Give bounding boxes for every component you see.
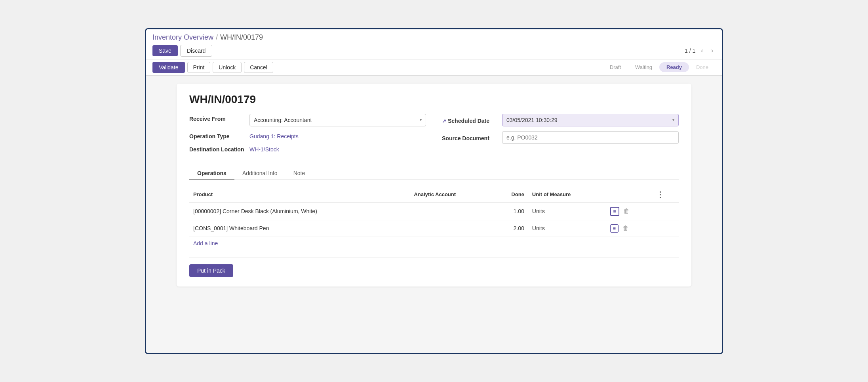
- next-page-button[interactable]: ›: [709, 46, 716, 55]
- operation-type-row: Operation Type Gudang 1: Receipts: [189, 131, 426, 139]
- status-ready: Ready: [659, 62, 689, 72]
- external-link-icon[interactable]: ↗: [442, 118, 446, 124]
- fields-section: Receive From Accounting: Accountant ▾ Op…: [189, 114, 679, 157]
- row-actions-1: ≡ 🗑: [606, 220, 652, 237]
- add-line[interactable]: Add a line: [189, 237, 679, 250]
- row-actions-0: ≡ 🗑: [606, 202, 652, 220]
- operations-table: Product Analytic Account Done Unit of Me…: [189, 187, 679, 237]
- print-button[interactable]: Print: [187, 62, 211, 73]
- unlock-button[interactable]: Unlock: [213, 62, 242, 73]
- status-done: Done: [689, 62, 716, 72]
- table-more-button[interactable]: ⋮: [656, 190, 664, 199]
- receive-from-dropdown-icon: ▾: [420, 118, 422, 122]
- status-draft: Draft: [603, 62, 628, 72]
- receive-from-label: Receive From: [189, 114, 245, 122]
- destination-row: Destination Location WH-1/Stock: [189, 144, 426, 153]
- scheduled-date-row: ↗ Scheduled Date 03/05/2021 10:30:29 ▾: [442, 114, 679, 126]
- delete-button-0[interactable]: 🗑: [623, 208, 630, 215]
- toolbar-left: Save Discard: [152, 45, 212, 57]
- breadcrumb: Inventory Overview / WH/IN/00179: [152, 33, 716, 42]
- pagination-count: 1 / 1: [685, 48, 695, 54]
- cancel-button[interactable]: Cancel: [244, 62, 273, 73]
- status-bar: Draft Waiting Ready Done: [603, 62, 716, 72]
- source-doc-row: Source Document: [442, 131, 679, 144]
- scheduled-date-label: ↗ Scheduled Date: [442, 116, 497, 124]
- row-done-1: 2.00: [493, 220, 528, 237]
- source-doc-label: Source Document: [442, 133, 497, 141]
- add-line-label[interactable]: Add a line: [189, 237, 222, 250]
- table-row: [00000002] Corner Desk Black (Aluminium,…: [189, 202, 679, 220]
- row-product-1: [CONS_0001] Whiteboard Pen: [189, 220, 410, 237]
- destination-value: WH-1/Stock: [249, 144, 279, 153]
- col-actions: [606, 187, 652, 203]
- breadcrumb-current: WH/IN/00179: [220, 33, 263, 42]
- row-analytic-1: [410, 220, 493, 237]
- detail-button-0[interactable]: ≡: [610, 207, 620, 216]
- scheduled-date-dropdown-icon: ▾: [672, 118, 674, 122]
- scheduled-date-input[interactable]: 03/05/2021 10:30:29 ▾: [502, 114, 679, 126]
- tab-additional-info[interactable]: Additional Info: [234, 167, 286, 180]
- row-product-0: [00000002] Corner Desk Black (Aluminium,…: [189, 202, 410, 220]
- receive-from-row: Receive From Accounting: Accountant ▾: [189, 114, 426, 126]
- row-analytic-0: [410, 202, 493, 220]
- row-done-0: 1.00: [493, 202, 528, 220]
- prev-page-button[interactable]: ‹: [699, 46, 705, 55]
- app-frame: Inventory Overview / WH/IN/00179 Save Di…: [145, 28, 723, 354]
- tabs: Operations Additional Info Note: [189, 167, 679, 180]
- save-button[interactable]: Save: [152, 45, 178, 56]
- status-waiting: Waiting: [628, 62, 659, 72]
- row-unit-1: Units: [528, 220, 606, 237]
- form-card: WH/IN/00179 Receive From Accounting: Acc…: [177, 84, 691, 286]
- validate-button[interactable]: Validate: [152, 62, 185, 73]
- breadcrumb-separator: /: [216, 33, 218, 42]
- delete-button-1[interactable]: 🗑: [622, 225, 629, 232]
- tab-operations[interactable]: Operations: [189, 167, 234, 180]
- operation-type-label: Operation Type: [189, 131, 245, 139]
- table-row: [CONS_0001] Whiteboard Pen 2.00 Units ≡ …: [189, 220, 679, 237]
- operation-type-value: Gudang 1: Receipts: [249, 131, 299, 139]
- document-title: WH/IN/00179: [189, 93, 679, 106]
- col-product: Product: [189, 187, 410, 203]
- col-done: Done: [493, 187, 528, 203]
- row-extra-0: [652, 202, 679, 220]
- row-unit-0: Units: [528, 202, 606, 220]
- scheduled-date-value: 03/05/2021 10:30:29: [506, 117, 557, 123]
- pagination: 1 / 1 ‹ ›: [685, 46, 716, 55]
- toolbar: Save Discard 1 / 1 ‹ ›: [152, 45, 716, 57]
- source-doc-input[interactable]: [502, 131, 679, 144]
- form-footer: Put in Pack: [189, 258, 679, 277]
- main-content: WH/IN/00179 Receive From Accounting: Acc…: [146, 76, 722, 353]
- top-bar: Inventory Overview / WH/IN/00179 Save Di…: [146, 29, 722, 59]
- tab-note[interactable]: Note: [286, 167, 313, 180]
- action-bar: Validate Print Unlock Cancel Draft Waiti…: [146, 59, 722, 76]
- detail-button-1[interactable]: ≡: [610, 224, 619, 233]
- col-more: ⋮: [652, 187, 679, 203]
- col-analytic-account: Analytic Account: [410, 187, 493, 203]
- row-extra-1: [652, 220, 679, 237]
- receive-from-value: Accounting: Accountant: [254, 117, 312, 123]
- receive-from-input[interactable]: Accounting: Accountant ▾: [249, 114, 426, 126]
- breadcrumb-parent[interactable]: Inventory Overview: [152, 33, 213, 42]
- left-fields: Receive From Accounting: Accountant ▾ Op…: [189, 114, 426, 157]
- destination-label: Destination Location: [189, 144, 245, 153]
- put-in-pack-button[interactable]: Put in Pack: [189, 264, 233, 277]
- action-bar-left: Validate Print Unlock Cancel: [152, 62, 273, 73]
- right-fields: ↗ Scheduled Date 03/05/2021 10:30:29 ▾ S…: [442, 114, 679, 157]
- discard-button[interactable]: Discard: [180, 45, 212, 57]
- col-unit: Unit of Measure: [528, 187, 606, 203]
